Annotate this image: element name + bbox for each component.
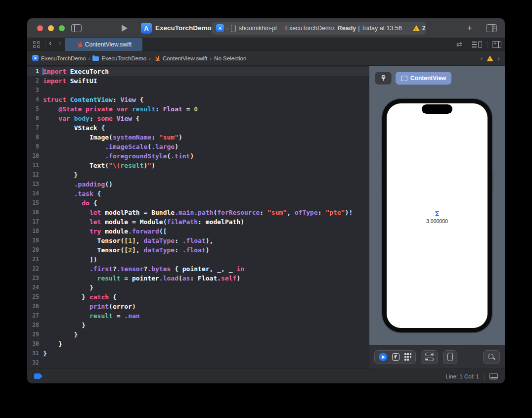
toggle-navigator-icon[interactable] xyxy=(71,24,82,32)
scheme-activity-pill[interactable]: A › shoumikhin-pl ExecuTorchDemo: Ready … xyxy=(212,22,426,35)
code-line[interactable]: 13 .padding() xyxy=(27,180,369,189)
code-line[interactable]: 18 try module.forward([ xyxy=(27,227,369,236)
minimize-window-button[interactable] xyxy=(48,25,54,31)
zoom-button[interactable] xyxy=(483,350,500,364)
toggle-inspector-icon[interactable] xyxy=(486,24,497,32)
tab-contentview-swift[interactable]: ContentView.swift xyxy=(65,38,142,51)
line-number[interactable]: 23 xyxy=(27,274,39,283)
line-number[interactable]: 14 xyxy=(27,189,39,198)
preview-target-button[interactable]: ContentView xyxy=(396,72,451,85)
live-preview-button[interactable] xyxy=(379,353,387,361)
code-line[interactable]: 8 Image(systemName: "sum") xyxy=(27,133,369,142)
toggle-debug-area-icon[interactable] xyxy=(489,373,498,379)
breadcrumb-project[interactable]: A ExecuTorchDemo xyxy=(32,55,86,61)
code-line[interactable]: 15 do { xyxy=(27,198,369,208)
line-number[interactable]: 26 xyxy=(27,302,39,311)
next-issue-icon[interactable]: › xyxy=(497,54,500,62)
code-line[interactable]: 22 .first?.tensor?.bytes { pointer, _, _… xyxy=(27,264,369,274)
code-line[interactable]: 6 var body: some View { xyxy=(27,114,369,123)
related-items-icon[interactable] xyxy=(33,41,40,48)
go-back-icon[interactable]: ‹ xyxy=(49,39,51,47)
line-number[interactable]: 12 xyxy=(27,170,39,180)
code-line[interactable]: 21 ]) xyxy=(27,255,369,264)
device-settings-button[interactable] xyxy=(421,350,438,364)
issues-badge[interactable]: 2 xyxy=(413,25,426,32)
line-number[interactable]: 32 xyxy=(27,358,39,368)
issue-warning-icon[interactable] xyxy=(487,55,493,61)
line-number[interactable]: 20 xyxy=(27,245,39,255)
line-number[interactable]: 30 xyxy=(27,339,39,349)
destination-phone-icon[interactable] xyxy=(231,25,236,32)
code-line[interactable]: 20 Tensor([2], dataType: .float) xyxy=(27,245,369,255)
code-line[interactable]: 11 Text("\(result)") xyxy=(27,161,369,170)
device-button[interactable] xyxy=(443,350,457,364)
code-line[interactable]: 3 xyxy=(27,86,369,95)
code-line[interactable]: 10 .foregroundStyle(.tint) xyxy=(27,151,369,161)
code-line[interactable]: 26 print(error) xyxy=(27,302,369,311)
destination-name[interactable]: shoumikhin-pl xyxy=(239,25,281,32)
pin-preview-button[interactable] xyxy=(375,72,392,85)
zoom-window-button[interactable] xyxy=(59,25,65,31)
code-line[interactable]: 27 result = .nan xyxy=(27,311,369,321)
close-window-button[interactable] xyxy=(37,25,43,31)
code-line[interactable]: 4struct ContentView: View { xyxy=(27,95,369,104)
code-line[interactable]: 12 } xyxy=(27,170,369,180)
line-number[interactable]: 3 xyxy=(27,86,39,95)
line-number[interactable]: 17 xyxy=(27,217,39,227)
line-number[interactable]: 10 xyxy=(27,151,39,161)
line-number[interactable]: 9 xyxy=(27,142,39,151)
code-line[interactable]: 32 xyxy=(27,358,369,368)
line-number[interactable]: 11 xyxy=(27,161,39,170)
line-number[interactable]: 6 xyxy=(27,114,39,123)
line-number[interactable]: 21 xyxy=(27,255,39,264)
code-line[interactable]: 2import SwiftUI xyxy=(27,76,369,86)
code-line[interactable]: 31} xyxy=(27,349,369,358)
code-line[interactable]: 16 let modelPath = Bundle.main.path(forR… xyxy=(27,208,369,217)
go-forward-icon[interactable]: › xyxy=(59,39,61,47)
code-line[interactable]: 5 @State private var result: Float = 0 xyxy=(27,104,369,114)
code-line[interactable]: 7 VStack { xyxy=(27,123,369,133)
line-number[interactable]: 27 xyxy=(27,311,39,321)
library-add-button[interactable]: + xyxy=(464,23,475,34)
code-line[interactable]: 9 .imageScale(.large) xyxy=(27,142,369,151)
code-line[interactable]: 1import ExecuTorch xyxy=(27,67,369,76)
breadcrumb-selection[interactable]: No Selection xyxy=(214,55,246,61)
scheme-app-icon[interactable]: A xyxy=(216,24,224,32)
variants-mode-icon[interactable] xyxy=(404,353,411,360)
code-line[interactable]: 19 Tensor([1], dataType: .float), xyxy=(27,236,369,245)
run-button[interactable] xyxy=(121,25,128,32)
preview-screen[interactable]: Σ 3.000000 xyxy=(387,103,488,328)
line-number[interactable]: 2 xyxy=(27,76,39,86)
selectable-mode-icon[interactable] xyxy=(392,353,399,361)
line-number[interactable]: 19 xyxy=(27,236,39,245)
line-number[interactable]: 31 xyxy=(27,349,39,358)
line-number[interactable]: 4 xyxy=(27,95,39,104)
line-number[interactable]: 29 xyxy=(27,330,39,339)
code-line[interactable]: 24 } xyxy=(27,283,369,292)
breadcrumb-file[interactable]: ContentView.swift xyxy=(153,55,208,62)
line-number[interactable]: 16 xyxy=(27,208,39,217)
code-line[interactable]: 28 } xyxy=(27,321,369,330)
line-number[interactable]: 7 xyxy=(27,123,39,133)
editor-options-icon[interactable] xyxy=(472,41,482,48)
line-number[interactable]: 15 xyxy=(27,198,39,208)
line-number[interactable]: 22 xyxy=(27,264,39,274)
code-line[interactable]: 14 .task { xyxy=(27,189,369,198)
line-number[interactable]: 8 xyxy=(27,133,39,142)
code-line[interactable]: 23 result = pointer.load(as: Float.self) xyxy=(27,274,369,283)
breakpoints-toggle-icon[interactable] xyxy=(34,373,43,379)
swap-editor-icon[interactable]: ⇄ xyxy=(456,40,462,48)
line-number[interactable]: 18 xyxy=(27,227,39,236)
code-line[interactable]: 25 } catch { xyxy=(27,292,369,302)
breadcrumb-group[interactable]: ExecuTorchDemo xyxy=(92,55,146,61)
line-number[interactable]: 1 xyxy=(27,67,39,76)
line-number[interactable]: 5 xyxy=(27,104,39,114)
line-number[interactable]: 13 xyxy=(27,180,39,189)
code-editor[interactable]: 1import ExecuTorch2import SwiftUI34struc… xyxy=(27,66,369,369)
code-line[interactable]: 17 let module = Module(filePath: modelPa… xyxy=(27,217,369,227)
line-number[interactable]: 24 xyxy=(27,283,39,292)
code-line[interactable]: 30 } xyxy=(27,339,369,349)
line-number[interactable]: 28 xyxy=(27,321,39,330)
previous-issue-icon[interactable]: ‹ xyxy=(481,54,483,62)
line-number[interactable]: 25 xyxy=(27,292,39,302)
